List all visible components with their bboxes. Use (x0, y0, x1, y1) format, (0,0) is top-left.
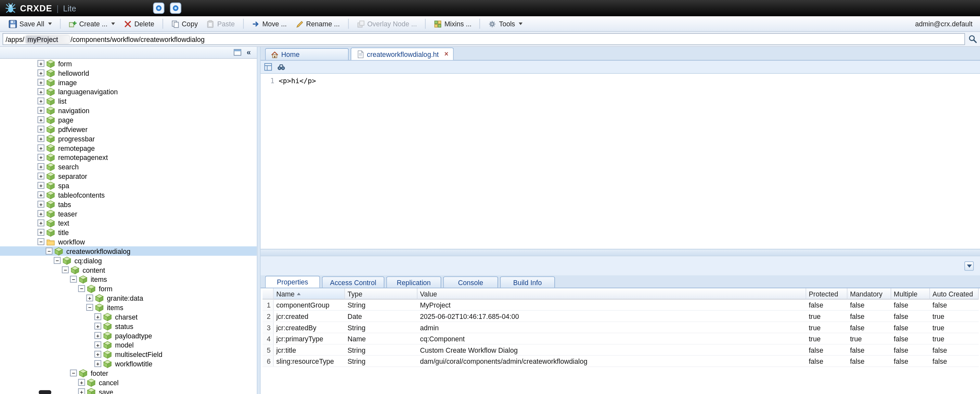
tree-node-tabs[interactable]: +tabs (0, 199, 257, 209)
tree-node-model[interactable]: +model (0, 340, 257, 349)
tree-node-tableofcontents[interactable]: +tableofcontents (0, 190, 257, 199)
tree-node-status[interactable]: +status (0, 322, 257, 331)
tab-replication[interactable]: Replication (387, 276, 441, 288)
tree-node-navigation[interactable]: +navigation (0, 106, 257, 115)
expand-toggle-icon[interactable]: + (94, 360, 101, 367)
property-row[interactable]: 6sling:resourceTypeStringdam/gui/coral/c… (262, 356, 979, 367)
expand-toggle-icon[interactable]: + (37, 70, 44, 77)
tree-node-footer[interactable]: −footer (0, 368, 257, 378)
expand-toggle-icon[interactable]: + (94, 313, 101, 320)
expand-toggle-icon[interactable]: + (37, 154, 44, 161)
property-row[interactable]: 3jcr:createdByStringadmintruefalsefalset… (262, 322, 979, 333)
expand-toggle-icon[interactable]: + (37, 182, 44, 189)
collapse-toggle-icon[interactable]: − (78, 285, 85, 292)
tree-node-separator[interactable]: +separator (0, 171, 257, 181)
column-header-protected[interactable]: Protected (806, 288, 848, 300)
expand-toggle-icon[interactable]: + (78, 379, 85, 386)
expand-toggle-icon[interactable]: + (37, 191, 44, 198)
column-header-multiple[interactable]: Multiple (891, 288, 930, 300)
toolbar-button-create[interactable]: Create ... (65, 18, 119, 30)
tree-node-search[interactable]: +search (0, 162, 257, 171)
tree-node-image[interactable]: +image (0, 78, 257, 87)
tree-node-list[interactable]: +list (0, 96, 257, 106)
expand-toggle-icon[interactable]: + (37, 88, 44, 95)
tree-panel-tool-icon[interactable] (233, 48, 242, 57)
toolbar-button-tools[interactable]: Tools (485, 18, 527, 30)
tab-home[interactable]: Home (265, 48, 349, 60)
property-row[interactable]: 1componentGroupStringMyProjectfalsefalse… (262, 299, 979, 311)
tree-node-charset[interactable]: +charset (0, 312, 257, 322)
show-in-tree-icon[interactable] (263, 62, 273, 72)
expand-toggle-icon[interactable]: + (37, 172, 44, 179)
collapse-toggle-icon[interactable]: − (62, 266, 68, 273)
expand-toggle-icon[interactable]: + (37, 79, 44, 86)
expand-toggle-icon[interactable]: + (37, 163, 44, 170)
expand-toggle-icon[interactable]: + (94, 332, 101, 339)
tree-node-cancel[interactable]: +cancel (0, 378, 257, 387)
tab-build-info[interactable]: Build Info (500, 276, 555, 288)
horizontal-scrollbar-thumb[interactable] (39, 390, 51, 394)
expand-toggle-icon[interactable]: + (94, 323, 101, 330)
toolbar-button-rename[interactable]: Rename ... (292, 18, 344, 30)
collapse-toggle-icon[interactable]: − (70, 370, 77, 376)
tab-properties[interactable]: Properties (265, 276, 320, 288)
toolbar-button-save-all[interactable]: Save All (5, 18, 55, 30)
tree-node-pdfviewer[interactable]: +pdfviewer (0, 124, 257, 134)
collapse-toggle-icon[interactable]: − (46, 248, 52, 255)
tree-node-form[interactable]: −form (0, 284, 257, 293)
tree-node-remotepagenext[interactable]: +remotepagenext (0, 153, 257, 162)
search-icon[interactable] (968, 35, 977, 44)
column-header-mandatory[interactable]: Mandatory (848, 288, 891, 300)
tree-node-page[interactable]: +page (0, 115, 257, 124)
expand-toggle-icon[interactable]: + (37, 60, 44, 67)
toolbar-button-copy[interactable]: Copy (167, 18, 202, 30)
tree-node-title[interactable]: +title (0, 228, 257, 237)
tree-node-payloadtype[interactable]: +payloadtype (0, 331, 257, 340)
tree-node-teaser[interactable]: +teaser (0, 209, 257, 218)
column-header-value[interactable]: Value (418, 288, 806, 300)
collapse-toggle-icon[interactable]: − (37, 238, 44, 245)
path-input[interactable]: /apps/ myProject /components/workflow/cr… (3, 33, 965, 45)
tree-node-granite-data[interactable]: +granite:data (0, 293, 257, 303)
find-icon[interactable] (276, 62, 286, 72)
tree-node-remotepage[interactable]: +remotepage (0, 143, 257, 153)
tree-node-workflow[interactable]: −workflow (0, 237, 257, 246)
column-header-type[interactable]: Type (345, 288, 418, 300)
tree-node-items[interactable]: −items (0, 303, 257, 312)
tree-node-helloworld[interactable]: +helloworld (0, 68, 257, 78)
collapse-bottom-panel-button[interactable] (964, 262, 974, 271)
expand-toggle-icon[interactable]: + (94, 351, 101, 357)
tree-node-workflowtitle[interactable]: +workflowtitle (0, 359, 257, 368)
tab-createworkflowdialog-ht[interactable]: createworkflowdialog.ht× (351, 48, 454, 60)
expand-toggle-icon[interactable]: + (37, 201, 44, 207)
collapse-toggle-icon[interactable]: − (70, 276, 77, 282)
tab-access-control[interactable]: Access Control (322, 276, 384, 288)
toolbar-button-delete[interactable]: Delete (120, 18, 158, 30)
column-header-auto-created[interactable]: Auto Created (930, 288, 979, 300)
expand-toggle-icon[interactable]: + (37, 210, 44, 217)
column-header-name[interactable]: Name (274, 288, 345, 300)
tree-node-items[interactable]: −items (0, 274, 257, 284)
tree-node-cq-dialog[interactable]: −cq:dialog (0, 256, 257, 265)
expand-toggle-icon[interactable]: + (37, 116, 44, 123)
property-row[interactable]: 2jcr:createdDate2025-06-02T10:46:17.685-… (262, 311, 979, 322)
tree-node-progressbar[interactable]: +progressbar (0, 134, 257, 144)
horizontal-splitter[interactable] (261, 249, 980, 257)
collapse-tree-panel-icon[interactable]: « (244, 48, 253, 57)
expand-toggle-icon[interactable]: + (86, 295, 93, 301)
expand-toggle-icon[interactable]: + (37, 135, 44, 142)
property-row[interactable]: 5jcr:titleStringCustom Create Workflow D… (262, 345, 979, 356)
expand-toggle-icon[interactable]: + (37, 97, 44, 104)
tree-node-multiselectfield[interactable]: +multiselectField (0, 349, 257, 359)
expand-toggle-icon[interactable]: + (37, 219, 44, 226)
expand-toggle-icon[interactable]: + (37, 144, 44, 151)
toolbar-button-move[interactable]: Move ... (248, 18, 291, 30)
tree-node-spa[interactable]: +spa (0, 181, 257, 190)
expand-toggle-icon[interactable]: + (37, 107, 44, 114)
vertical-splitter[interactable] (257, 47, 261, 394)
expand-toggle-icon[interactable]: + (94, 341, 101, 348)
tree-node-content[interactable]: −content (0, 265, 257, 275)
tab-console[interactable]: Console (443, 276, 498, 288)
code-editor[interactable]: 1 <p>hi</p> (261, 74, 980, 249)
header-shortcut-icon[interactable] (170, 3, 181, 14)
